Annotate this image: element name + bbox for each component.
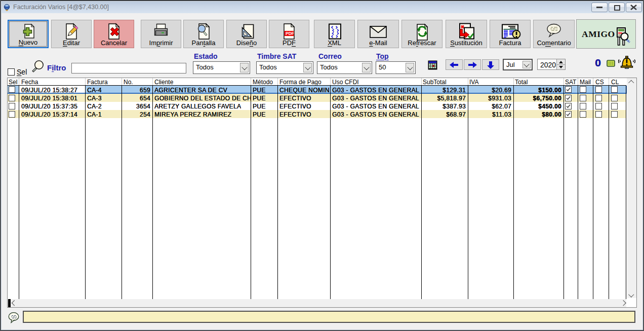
- svg-text:PDF: PDF: [286, 31, 294, 36]
